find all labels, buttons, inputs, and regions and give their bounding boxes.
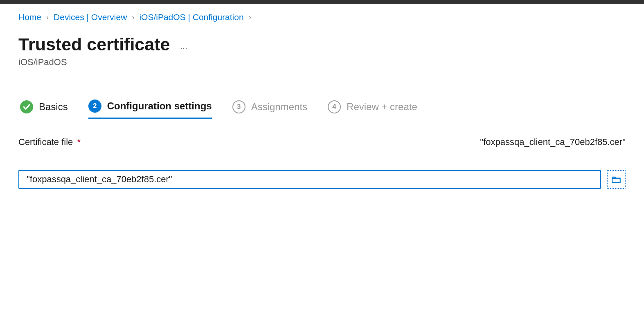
more-actions-button[interactable]: ··· — [180, 44, 187, 52]
breadcrumb-link-devices[interactable]: Devices | Overview — [54, 12, 127, 22]
certificate-file-input-row: "foxpassqa_client_ca_70eb2f85.cer" — [18, 170, 626, 189]
page-subtitle: iOS/iPadOS — [18, 57, 626, 68]
step-assignments[interactable]: 3 Assignments — [232, 100, 307, 118]
certificate-file-label: Certificate file — [18, 137, 73, 147]
certificate-file-label-wrap: Certificate file * — [18, 137, 81, 147]
top-bar — [0, 0, 644, 4]
check-icon — [20, 100, 33, 113]
certificate-file-field-row: Certificate file * "foxpassqa_client_ca_… — [18, 137, 626, 147]
step-number-icon: 4 — [328, 100, 341, 113]
step-number-icon: 2 — [88, 100, 101, 113]
step-label: Basics — [39, 101, 68, 113]
chevron-right-icon: › — [132, 13, 134, 22]
required-indicator: * — [77, 137, 81, 147]
breadcrumb-link-home[interactable]: Home — [18, 12, 41, 22]
breadcrumb-link-ios-config[interactable]: iOS/iPadOS | Configuration — [139, 12, 243, 22]
certificate-file-input[interactable]: "foxpassqa_client_ca_70eb2f85.cer" — [18, 170, 601, 189]
wizard-steps: Basics 2 Configuration settings 3 Assign… — [18, 96, 626, 122]
page-title: Trusted certificate — [18, 34, 170, 54]
step-review-create[interactable]: 4 Review + create — [328, 100, 417, 118]
certificate-file-value-display: "foxpassqa_client_ca_70eb2f85.cer" — [480, 137, 626, 147]
step-configuration-settings[interactable]: 2 Configuration settings — [88, 100, 212, 119]
step-basics[interactable]: Basics — [20, 100, 68, 118]
browse-file-button[interactable] — [607, 170, 626, 189]
chevron-right-icon: › — [249, 13, 251, 22]
step-label: Configuration settings — [107, 100, 212, 112]
page-title-row: Trusted certificate ··· — [18, 34, 626, 54]
folder-icon — [611, 174, 621, 185]
breadcrumb: Home › Devices | Overview › iOS/iPadOS |… — [18, 12, 626, 22]
step-label: Review + create — [347, 101, 417, 113]
step-number-icon: 3 — [232, 100, 245, 113]
content-area: Home › Devices | Overview › iOS/iPadOS |… — [0, 4, 644, 197]
step-label: Assignments — [251, 101, 307, 113]
chevron-right-icon: › — [46, 13, 49, 22]
